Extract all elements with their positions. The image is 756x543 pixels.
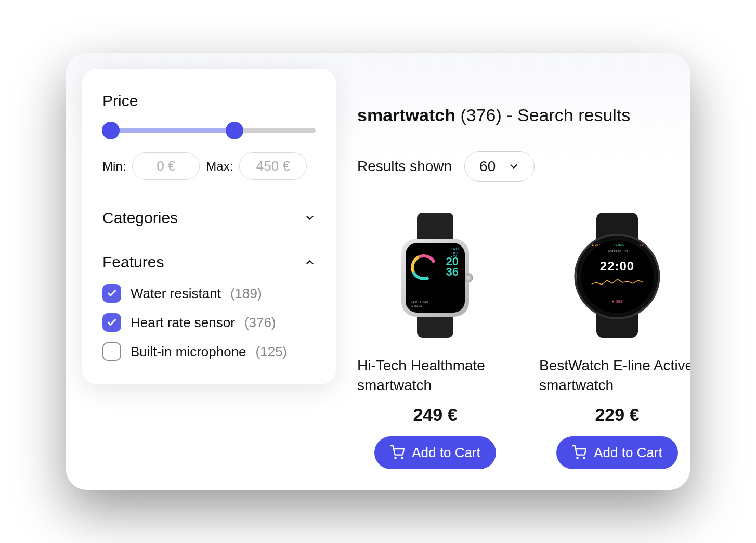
divider bbox=[102, 196, 316, 196]
feature-label: Heart rate sensor bbox=[131, 315, 235, 331]
slider-fill bbox=[102, 128, 234, 133]
features-title: Features bbox=[102, 253, 164, 271]
feature-water-resistant[interactable]: Water resistant (189) bbox=[102, 284, 316, 303]
price-inputs: Min: 0 € Max: 450 € bbox=[102, 152, 316, 180]
feature-list: Water resistant (189) Heart rate sensor … bbox=[102, 284, 316, 361]
checkbox-unchecked-icon[interactable] bbox=[102, 342, 121, 361]
result-count: (376) bbox=[460, 105, 501, 125]
slider-thumb-min[interactable] bbox=[102, 122, 120, 139]
categories-toggle[interactable]: Categories bbox=[102, 209, 316, 227]
dropdown-value: 60 bbox=[479, 158, 496, 175]
product-name: BestWatch E-line Active smartwatch bbox=[539, 356, 690, 395]
feature-label: Built-in microphone bbox=[131, 344, 246, 360]
chevron-down-icon bbox=[304, 212, 316, 224]
results-shown-label: Results shown bbox=[357, 158, 452, 175]
feature-microphone[interactable]: Built-in microphone (125) bbox=[102, 342, 316, 361]
product-price: 249 € bbox=[413, 405, 457, 425]
product-price: 229 € bbox=[595, 405, 639, 425]
add-to-cart-button[interactable]: Add to Cart bbox=[556, 436, 678, 469]
min-label: Min: bbox=[102, 159, 126, 174]
svg-point-2 bbox=[577, 457, 578, 458]
feature-count: (376) bbox=[244, 315, 276, 331]
add-to-cart-label: Add to Cart bbox=[412, 445, 480, 461]
product-name: Hi-Tech Healthmate smartwatch bbox=[357, 356, 513, 395]
add-to-cart-label: Add to Cart bbox=[594, 445, 662, 461]
results-per-page-dropdown[interactable]: 60 bbox=[464, 151, 535, 182]
checkbox-checked-icon[interactable] bbox=[102, 313, 121, 332]
smartwatch-square-icon: ▪ 8354▪ 38.4▪ 351 2036 08-07 THUR⊙ 33.00 bbox=[383, 213, 487, 338]
add-to-cart-button[interactable]: Add to Cart bbox=[374, 436, 496, 469]
categories-title: Categories bbox=[102, 209, 178, 227]
app-container: Price Min: 0 € Max: 450 € Categories Fea… bbox=[66, 53, 690, 490]
main-content: smartwatch (376) - Search results Result… bbox=[357, 69, 690, 490]
price-slider[interactable] bbox=[102, 124, 316, 137]
product-card[interactable]: ▪ 8354▪ 38.4▪ 351 2036 08-07 THUR⊙ 33.00… bbox=[357, 208, 513, 469]
checkbox-checked-icon[interactable] bbox=[102, 284, 121, 303]
product-card[interactable]: ▲ 257▪ 78600▪ 11 02/08 MON 22:00 ♥ 068 B… bbox=[539, 208, 690, 469]
svg-point-1 bbox=[401, 457, 402, 458]
price-filter-section: Price Min: 0 € Max: 450 € bbox=[102, 92, 316, 180]
price-title: Price bbox=[102, 92, 316, 110]
cart-icon bbox=[390, 445, 405, 460]
svg-point-0 bbox=[395, 457, 396, 458]
filter-sidebar: Price Min: 0 € Max: 450 € Categories Fea… bbox=[82, 69, 336, 384]
feature-count: (189) bbox=[230, 286, 262, 302]
product-image: ▪ 8354▪ 38.4▪ 351 2036 08-07 THUR⊙ 33.00 bbox=[368, 208, 503, 343]
feature-count: (125) bbox=[256, 344, 288, 360]
smartwatch-round-icon: ▲ 257▪ 78600▪ 11 02/08 MON 22:00 ♥ 068 bbox=[565, 213, 669, 338]
chevron-up-icon bbox=[304, 256, 316, 268]
search-term: smartwatch bbox=[357, 105, 455, 125]
max-price-input[interactable]: 450 € bbox=[239, 152, 307, 180]
title-suffix: - Search results bbox=[502, 105, 631, 125]
svg-point-3 bbox=[583, 457, 584, 458]
min-price-input[interactable]: 0 € bbox=[132, 152, 200, 180]
feature-label: Water resistant bbox=[131, 286, 221, 302]
slider-thumb-max[interactable] bbox=[226, 122, 243, 139]
features-toggle[interactable]: Features bbox=[102, 253, 316, 271]
product-image: ▲ 257▪ 78600▪ 11 02/08 MON 22:00 ♥ 068 bbox=[550, 208, 685, 343]
results-shown-control: Results shown 60 bbox=[357, 151, 690, 182]
chevron-down-icon bbox=[508, 161, 519, 172]
results-title: smartwatch (376) - Search results bbox=[357, 105, 690, 125]
divider bbox=[102, 240, 316, 240]
max-label: Max: bbox=[206, 159, 233, 174]
feature-heart-rate[interactable]: Heart rate sensor (376) bbox=[102, 313, 316, 332]
cart-icon bbox=[572, 445, 586, 460]
product-grid: ▪ 8354▪ 38.4▪ 351 2036 08-07 THUR⊙ 33.00… bbox=[357, 208, 690, 469]
